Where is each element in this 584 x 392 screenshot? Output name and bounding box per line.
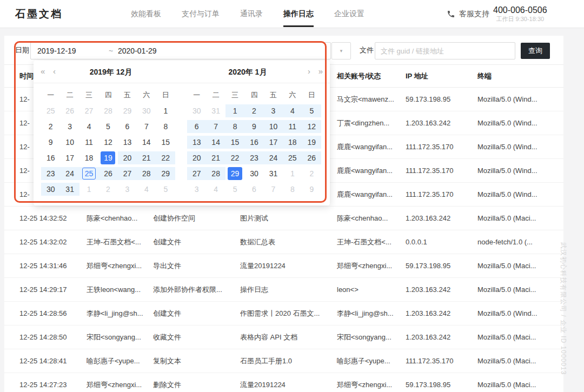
calendar-day[interactable]: 25 xyxy=(41,103,60,118)
calendar-day[interactable]: 15 xyxy=(225,134,244,150)
calendar-day[interactable]: 14 xyxy=(206,134,225,150)
file-filter-label: 文件 xyxy=(360,36,374,65)
calendar-day[interactable]: 30 xyxy=(41,181,60,197)
calendar-day[interactable]: 23 xyxy=(41,165,60,181)
calendar-day[interactable]: 1 xyxy=(156,103,175,118)
calendar-day[interactable]: 20 xyxy=(187,150,206,165)
calendar-day[interactable]: 4 xyxy=(206,181,225,197)
calendar-day[interactable]: 21 xyxy=(206,150,225,165)
calendar-day[interactable]: 4 xyxy=(283,103,302,118)
calendar-day[interactable]: 28 xyxy=(206,165,225,181)
date-range-input[interactable]: 2019-12-19 ~ 2020-01-29 xyxy=(30,42,331,59)
calendar-day[interactable]: 13 xyxy=(118,134,137,150)
calendar-day[interactable]: 26 xyxy=(98,165,117,181)
calendar-day[interactable]: 28 xyxy=(137,165,156,181)
calendar-day[interactable]: 2 xyxy=(244,103,263,118)
calendar-day[interactable]: 12 xyxy=(98,134,117,150)
calendar-day[interactable]: 7 xyxy=(264,181,283,197)
calendar-day[interactable]: 5 xyxy=(156,181,175,197)
calendar-day[interactable]: 25 xyxy=(79,165,98,181)
calendar-day[interactable]: 12 xyxy=(302,118,321,134)
calendar-day[interactable]: 22 xyxy=(156,150,175,165)
calendar-day[interactable]: 27 xyxy=(79,103,98,118)
calendar-day[interactable]: 2 xyxy=(98,181,117,197)
tab-contacts[interactable]: 通讯录 xyxy=(240,0,263,28)
calendar-day[interactable]: 4 xyxy=(79,118,98,134)
calendar-day[interactable]: 18 xyxy=(79,150,98,165)
calendar-day[interactable]: 16 xyxy=(41,150,60,165)
calendar-day[interactable]: 6 xyxy=(118,118,137,134)
calendar-day[interactable]: 15 xyxy=(156,134,175,150)
query-button[interactable]: 查询 xyxy=(521,43,550,59)
calendar-day[interactable]: 17 xyxy=(60,150,79,165)
calendar-day[interactable]: 20 xyxy=(118,150,137,165)
date-preset-dropdown[interactable]: ▾ xyxy=(331,42,351,59)
calendar-day[interactable]: 13 xyxy=(187,134,206,150)
calendar-day[interactable]: 3 xyxy=(60,118,79,134)
calendar-day[interactable]: 1 xyxy=(79,181,98,197)
calendar-day[interactable]: 6 xyxy=(187,118,206,134)
calendar-day[interactable]: 24 xyxy=(264,150,283,165)
calendar-day[interactable]: 3 xyxy=(187,181,206,197)
calendar-day[interactable]: 31 xyxy=(60,181,79,197)
calendar-day[interactable]: 19 xyxy=(98,150,117,165)
calendar-day[interactable]: 27 xyxy=(118,165,137,181)
calendar-day[interactable]: 25 xyxy=(283,150,302,165)
calendar-day[interactable]: 5 xyxy=(225,181,244,197)
calendar-day[interactable]: 14 xyxy=(137,134,156,150)
calendar-day[interactable]: 11 xyxy=(283,118,302,134)
date-end-value[interactable]: 2020-01-29 xyxy=(118,43,157,59)
calendar-day[interactable]: 23 xyxy=(244,150,263,165)
next-month-icon[interactable]: › xyxy=(308,61,310,83)
calendar-day[interactable]: 27 xyxy=(187,165,206,181)
calendar-day[interactable]: 7 xyxy=(206,118,225,134)
calendar-day[interactable]: 8 xyxy=(156,118,175,134)
tab-payments-orders[interactable]: 支付与订单 xyxy=(182,0,220,28)
calendar-day[interactable]: 11 xyxy=(79,134,98,150)
calendar-day[interactable]: 7 xyxy=(137,118,156,134)
calendar-day[interactable]: 8 xyxy=(225,118,244,134)
tab-operation-log[interactable]: 操作日志 xyxy=(283,0,314,28)
date-filter-label: 日期 xyxy=(15,36,29,65)
tab-performance-board[interactable]: 效能看板 xyxy=(131,0,161,28)
calendar-day[interactable]: 6 xyxy=(244,181,263,197)
calendar-day[interactable]: 4 xyxy=(137,181,156,197)
calendar-day[interactable]: 30 xyxy=(244,165,263,181)
calendar-day[interactable]: 26 xyxy=(60,103,79,118)
calendar-day[interactable]: 18 xyxy=(283,134,302,150)
calendar-day[interactable]: 8 xyxy=(283,181,302,197)
calendar-day[interactable]: 16 xyxy=(244,134,263,150)
calendar-day[interactable]: 30 xyxy=(137,103,156,118)
calendar-day[interactable]: 22 xyxy=(225,150,244,165)
calendar-day[interactable]: 21 xyxy=(137,150,156,165)
calendar-day[interactable]: 3 xyxy=(118,181,137,197)
calendar-day[interactable]: 31 xyxy=(264,165,283,181)
calendar-day[interactable]: 30 xyxy=(187,103,206,118)
calendar-day[interactable]: 26 xyxy=(302,150,321,165)
calendar-day[interactable]: 19 xyxy=(302,134,321,150)
calendar-day[interactable]: 10 xyxy=(264,118,283,134)
calendar-day[interactable]: 9 xyxy=(41,134,60,150)
next-year-icon[interactable]: » xyxy=(318,61,323,83)
calendar-day[interactable]: 2 xyxy=(302,165,321,181)
calendar-day[interactable]: 10 xyxy=(60,134,79,150)
calendar-day[interactable]: 9 xyxy=(302,181,321,197)
calendar-day[interactable]: 1 xyxy=(225,103,244,118)
calendar-day[interactable]: 29 xyxy=(156,165,175,181)
calendar-day[interactable]: 28 xyxy=(98,103,117,118)
file-guid-input[interactable] xyxy=(375,42,515,59)
calendar-day[interactable]: 31 xyxy=(206,103,225,118)
tab-enterprise-settings[interactable]: 企业设置 xyxy=(334,0,364,28)
calendar-day[interactable]: 2 xyxy=(41,118,60,134)
calendar-day[interactable]: 24 xyxy=(60,165,79,181)
calendar-day[interactable]: 29 xyxy=(225,165,244,181)
date-start-value[interactable]: 2019-12-19 xyxy=(37,43,76,59)
calendar-day[interactable]: 5 xyxy=(98,118,117,134)
date-range-picker-popup: « ‹ 2019年 12月 2020年 1月 › » 一二三四五六日252627… xyxy=(34,61,330,205)
calendar-day[interactable]: 5 xyxy=(302,103,321,118)
calendar-day[interactable]: 3 xyxy=(264,103,283,118)
calendar-day[interactable]: 1 xyxy=(283,165,302,181)
calendar-day[interactable]: 17 xyxy=(264,134,283,150)
calendar-day[interactable]: 29 xyxy=(118,103,137,118)
calendar-day[interactable]: 9 xyxy=(244,118,263,134)
